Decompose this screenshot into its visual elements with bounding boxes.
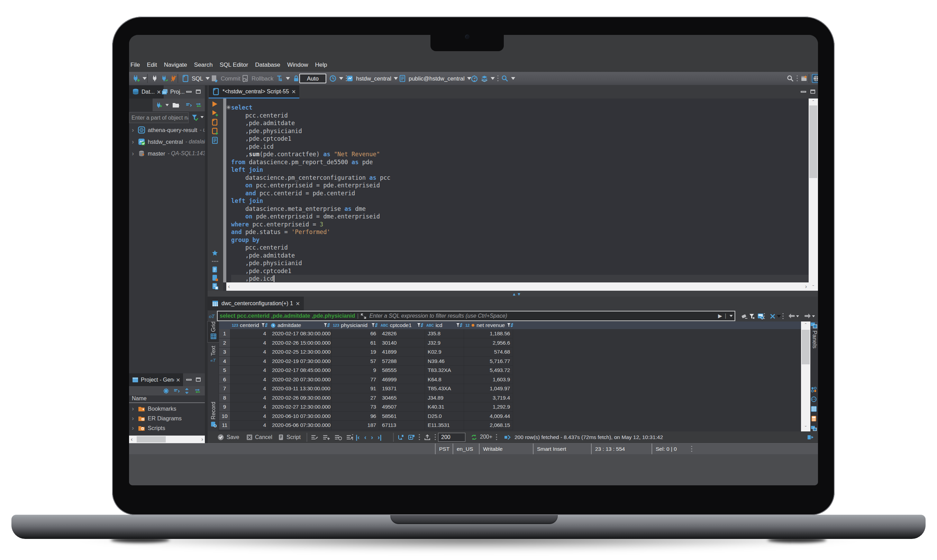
auto-commit-button[interactable]: Auto	[299, 74, 326, 83]
row-number[interactable]: 8	[219, 393, 230, 403]
column-filter-icon[interactable]	[417, 323, 423, 328]
cell-physicianid[interactable]: 19	[332, 348, 379, 357]
link-editor-icon[interactable]	[195, 102, 202, 109]
row-number[interactable]: 5	[219, 366, 230, 375]
grid-row[interactable]: 142020-02-17 08:30:00.0006642826J35.81,1…	[219, 329, 818, 338]
transaction-icon[interactable]	[276, 75, 283, 82]
save-button[interactable]: Save	[217, 431, 239, 443]
panel-sash[interactable]	[205, 85, 208, 443]
calc-panel-icon[interactable]	[811, 415, 817, 422]
schema-icon[interactable]	[398, 75, 406, 82]
disconnect-all-icon[interactable]	[170, 75, 178, 82]
copy-row-icon[interactable]	[334, 434, 342, 440]
row-number[interactable]: 2	[219, 338, 230, 348]
next-row-icon[interactable]: ›	[371, 434, 373, 441]
chevron-down-icon[interactable]	[286, 77, 290, 80]
minimize-icon[interactable]	[801, 91, 806, 93]
last-row-icon[interactable]: ›|	[378, 434, 382, 441]
row-number[interactable]: 1	[219, 329, 230, 338]
cell-icd[interactable]: K64.8	[425, 375, 464, 385]
column-header-physicianid[interactable]: 123physicianid	[332, 322, 379, 329]
script-button[interactable]: Script	[278, 431, 301, 443]
chevron-down-icon[interactable]	[165, 104, 169, 106]
grid-vertical-scrollbar[interactable]: ˆ ˇ	[801, 322, 810, 431]
scroll-right-icon[interactable]: ›	[200, 436, 205, 443]
nav-back-icon[interactable]	[787, 313, 796, 319]
commit-icon[interactable]	[211, 75, 218, 82]
chevron-down-icon[interactable]	[491, 77, 495, 80]
cell-net-revenue[interactable]: 1,603.9	[464, 375, 513, 385]
cell-net-revenue[interactable]: 1,292.9	[464, 402, 513, 412]
tab-project-general[interactable]: Project - Gene... ×	[129, 373, 183, 386]
row-number[interactable]: 10	[219, 412, 230, 421]
tree-expand-icon[interactable]: ›	[130, 415, 135, 422]
menu-sql-editor[interactable]: SQL Editor	[220, 62, 249, 68]
cell-admitdate[interactable]: 2020-02-27 12:30:00.000	[269, 402, 332, 412]
first-row-icon[interactable]: |‹	[356, 434, 360, 441]
column-header-admitdate[interactable]: admitdate	[269, 322, 332, 329]
history-clock-icon[interactable]	[329, 75, 337, 82]
custom-filter-icon[interactable]: oT	[208, 311, 217, 321]
cell-centerid[interactable]: 4	[230, 384, 269, 393]
scroll-left-icon[interactable]: ‹	[226, 283, 232, 290]
metadata-icon[interactable]	[811, 406, 817, 412]
minimize-icon[interactable]	[186, 91, 192, 93]
filter-funnel-icon[interactable]	[191, 113, 199, 122]
maximize-icon[interactable]	[810, 89, 815, 94]
tab-record[interactable]: Record	[208, 402, 219, 428]
cell-centerid[interactable]: 4	[230, 375, 269, 385]
chevron-down-icon[interactable]	[201, 116, 204, 118]
project-item-scripts[interactable]: ›Scripts	[130, 423, 182, 433]
database-icon[interactable]	[346, 75, 353, 82]
cell-icd[interactable]: N39.46	[425, 357, 464, 366]
more-rows-button[interactable]: 200+	[480, 434, 492, 440]
cell-cptcode1[interactable]: 41899	[379, 348, 425, 357]
sash-grip-icon[interactable]: ▲▼	[512, 292, 522, 297]
status-overflow-icon[interactable]	[691, 445, 692, 453]
column-header-cptcode1[interactable]: ABCcptcode1	[379, 322, 425, 329]
new-folder-icon[interactable]	[172, 102, 179, 109]
project-item-bookmarks[interactable]: ›Bookmarks	[130, 404, 182, 414]
grid-row[interactable]: 342020-02-25 12:30:00.0001941899K02.9574…	[219, 348, 818, 357]
dashboard-icon[interactable]	[471, 75, 478, 82]
save-filter-icon[interactable]	[769, 313, 776, 320]
column-filter-icon[interactable]	[456, 323, 463, 328]
menu-edit[interactable]: Edit	[147, 62, 157, 68]
cell-cptcode1[interactable]: 46999	[379, 375, 425, 385]
cell-net-revenue[interactable]: 1,188.56	[464, 329, 513, 338]
fetch-all-icon[interactable]	[408, 434, 415, 440]
chevron-down-icon[interactable]	[796, 315, 799, 317]
cell-cptcode1[interactable]: 49507	[379, 402, 425, 412]
tree-expand-icon[interactable]: ›	[130, 138, 135, 146]
cell-icd[interactable]: K02.9	[425, 348, 464, 357]
cell-physicianid[interactable]: 61	[332, 338, 379, 348]
close-icon[interactable]: ×	[176, 377, 180, 383]
save-script-icon[interactable]	[211, 274, 219, 282]
close-icon[interactable]: ×	[292, 88, 296, 95]
cell-icd[interactable]: T85.43XA	[425, 384, 464, 393]
fetch-next-icon[interactable]	[397, 434, 404, 440]
cell-centerid[interactable]: 4	[230, 412, 269, 421]
cell-net-revenue[interactable]: 2,956.6	[464, 338, 513, 348]
row-number[interactable]: 7	[219, 384, 230, 393]
execute-script-icon[interactable]	[211, 118, 219, 126]
grid-row[interactable]: 742020-03-11 13:30:00.0009119371T85.43XA…	[219, 384, 818, 393]
column-filter-icon[interactable]	[261, 323, 268, 328]
cell-admitdate[interactable]: 2020-02-17 08:45:00.000	[269, 366, 332, 375]
menu-help[interactable]: Help	[315, 62, 327, 68]
cell-cptcode1[interactable]: 57288	[379, 357, 425, 366]
cell-net-revenue[interactable]: 5,716.77	[464, 357, 513, 366]
cell-centerid[interactable]: 4	[230, 329, 269, 338]
active-perspective-icon[interactable]	[812, 75, 818, 82]
cell-physicianid[interactable]: 27	[332, 393, 379, 403]
collapse-all-icon[interactable]	[173, 388, 180, 394]
grid-row[interactable]: 842020-02-26 09:30:00.0002730465J34.893,…	[219, 393, 818, 403]
connection-hstdw_central[interactable]: ›hstdw_central- datalake-	[130, 136, 205, 148]
row-number[interactable]: 9	[219, 402, 230, 412]
cell-net-revenue[interactable]: 3,719.4	[464, 393, 513, 403]
grid-corner-cell[interactable]	[219, 322, 230, 329]
cell-icd[interactable]: D25.0	[425, 412, 464, 421]
rollback-icon[interactable]	[241, 75, 249, 82]
connection-master[interactable]: ›master- QA-SQL1:1433	[130, 148, 205, 159]
sql-editor[interactable]: select pcc.centerid ,pde.admitdate ,pde.…	[208, 98, 818, 291]
